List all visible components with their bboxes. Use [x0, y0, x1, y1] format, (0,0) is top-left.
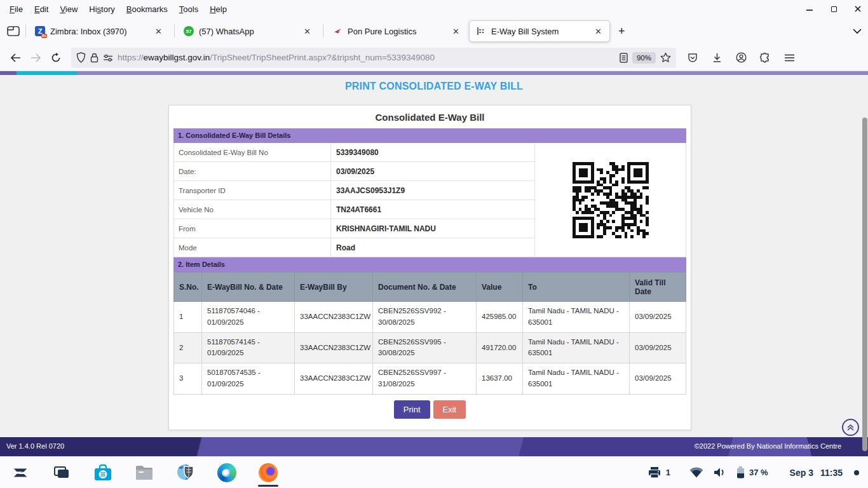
qr-cell	[534, 143, 686, 257]
close-button[interactable]	[853, 4, 863, 14]
detail-value: Road	[331, 238, 534, 257]
url-text[interactable]: https://ewaybillgst.gov.in/TripSheet/Tri…	[118, 53, 615, 62]
reload-button[interactable]	[46, 48, 66, 67]
tab-title: Pon Pure Logistics	[348, 27, 445, 36]
tab-title: Zimbra: Inbox (3970)	[50, 27, 147, 36]
tab-ewaybill[interactable]: E-Way Bill System✕	[469, 20, 610, 42]
url-bar[interactable]: https://ewaybillgst.gov.in/TripSheet/Tri…	[71, 48, 676, 68]
tab-title: (57) WhatsApp	[199, 27, 296, 36]
taskbar-software-store[interactable]	[90, 458, 116, 487]
list-all-tabs-button[interactable]	[853, 29, 862, 34]
exit-button[interactable]: Exit	[433, 400, 466, 419]
battery-tray-item[interactable]: 37 %	[736, 466, 768, 478]
detail-label: Consolidated E-Way Bill No	[174, 143, 331, 161]
tab-close-icon[interactable]: ✕	[450, 25, 462, 37]
tray-time[interactable]: 11:35	[820, 468, 843, 478]
whatsapp-favicon: 57	[184, 26, 194, 36]
taskbar-workspaces[interactable]	[49, 458, 74, 487]
bookmark-star-icon[interactable]	[660, 52, 671, 63]
edge-browser-icon	[217, 463, 236, 482]
printer-count: 1	[666, 468, 670, 477]
print-button[interactable]: Print	[394, 400, 430, 419]
zimbra-favicon: Z9+	[35, 26, 45, 36]
tab-ponpure[interactable]: Pon Pure Logistics✕	[326, 20, 467, 42]
menu-bookmarks[interactable]: Bookmarks	[121, 3, 173, 16]
taskbar-firefox-browser[interactable]	[255, 458, 281, 487]
tab-close-icon[interactable]: ✕	[301, 25, 313, 37]
detail-value: 5339349080	[331, 143, 534, 161]
table-cell: 33AACCN2383C1ZW	[295, 332, 373, 363]
tab-zimbra[interactable]: Z9+Zimbra: Inbox (3970)✕	[29, 20, 170, 42]
menu-tools[interactable]: Tools	[173, 3, 204, 16]
eway-bill-card: Consolidated E-Way Bill 1. Consolidated …	[168, 105, 691, 430]
restore-button[interactable]	[829, 4, 839, 14]
table-cell: Tamil Nadu - TAMIL NADU - 635001	[523, 332, 630, 363]
menu-help[interactable]: Help	[204, 3, 233, 16]
tab-close-icon[interactable]: ✕	[153, 25, 165, 37]
page-viewport: PRINT CONSOLIDATED E-WAY BILL Consolidat…	[0, 71, 868, 456]
column-header: E-WayBill By	[295, 273, 373, 302]
scroll-to-top-button[interactable]	[842, 419, 859, 436]
taskbar-files[interactable]	[132, 458, 157, 487]
downloads-icon[interactable]	[707, 48, 727, 67]
menu-file[interactable]: File	[4, 3, 29, 16]
detail-row-4: FromKRISHNAGIRI-TAMIL NADU	[174, 219, 534, 238]
page-title: PRINT CONSOLIDATED E-WAY BILL	[0, 81, 868, 92]
taskbar-zorin-menu[interactable]	[8, 458, 33, 487]
printer-icon	[648, 466, 661, 478]
taskbar-edge-browser[interactable]	[214, 458, 240, 487]
tab-close-icon[interactable]: ✕	[592, 25, 604, 37]
zoom-level-badge[interactable]: 90%	[632, 52, 656, 64]
tab-bar: Z9+Zimbra: Inbox (3970)✕57(57) WhatsApp✕…	[0, 18, 868, 44]
detail-label: From	[174, 219, 331, 238]
table-cell: 03/09/2025	[630, 363, 686, 395]
forward-button[interactable]	[25, 48, 46, 67]
ewaybill-favicon	[476, 26, 486, 36]
card-title: Consolidated E-Way Bill	[173, 105, 686, 128]
table-cell: 511870574046 - 01/09/2025	[202, 302, 295, 333]
column-header: To	[523, 273, 630, 302]
detail-label: Mode	[174, 238, 331, 257]
pocket-icon[interactable]	[682, 48, 703, 67]
section-items-header: 2. Item Details	[173, 257, 686, 272]
new-tab-button[interactable]: +	[612, 25, 632, 38]
tray-date[interactable]: Sep 3	[790, 468, 813, 478]
menu-hamburger-icon[interactable]	[779, 48, 799, 67]
account-icon[interactable]	[731, 48, 751, 67]
software-store-icon	[93, 464, 112, 482]
battery-icon	[736, 466, 745, 478]
menu-edit[interactable]: Edit	[29, 3, 54, 16]
tor-browser-icon	[175, 463, 196, 482]
menu-history[interactable]: History	[83, 3, 120, 16]
detail-row-1: Date:03/09/2025	[174, 162, 534, 181]
table-cell: 33AACCN2383C1ZW	[295, 302, 373, 333]
table-cell: Tamil Nadu - TAMIL NADU - 635001	[523, 363, 630, 395]
column-header: E-WayBill No. & Date	[202, 273, 295, 302]
system-tray: 1 37 % Sep 3 11:35	[648, 466, 868, 478]
table-cell: 511870574145 - 01/09/2025	[202, 332, 295, 363]
detail-value: 33AAJCS0953J1Z9	[331, 181, 534, 200]
taskbar-tor-browser[interactable]	[173, 458, 198, 487]
detail-label: Date:	[174, 162, 331, 180]
site-top-border	[0, 71, 868, 75]
column-header: Valid Till Date	[630, 273, 686, 302]
lock-icon[interactable]	[90, 53, 98, 63]
back-button[interactable]	[5, 48, 25, 67]
table-cell: 03/09/2025	[630, 332, 686, 363]
table-cell: CBEN2526SSV997 - 31/08/2025	[373, 363, 477, 395]
scrollbar-thumb[interactable]	[862, 118, 867, 451]
taskbar: 1 37 % Sep 3 11:35	[0, 456, 868, 488]
minimize-button[interactable]	[804, 4, 815, 14]
reader-view-icon[interactable]	[620, 53, 628, 63]
column-header: Value	[477, 273, 523, 302]
permissions-icon[interactable]	[103, 54, 113, 62]
firefox-view-button[interactable]	[4, 22, 23, 41]
volume-icon[interactable]	[714, 467, 726, 478]
footer-version: Ver 1.4.0 Rel 0720	[6, 442, 64, 450]
shield-icon[interactable]	[76, 52, 86, 63]
menu-view[interactable]: View	[54, 3, 83, 16]
wifi-icon[interactable]	[689, 467, 703, 478]
printer-tray-item[interactable]: 1	[648, 466, 670, 478]
tab-whatsapp[interactable]: 57(57) WhatsApp✕	[177, 20, 318, 42]
extensions-icon[interactable]	[755, 48, 775, 67]
